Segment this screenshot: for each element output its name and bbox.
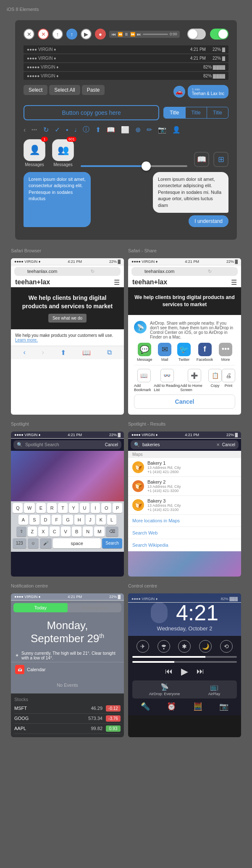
bluetooth-icon[interactable]: ✱ xyxy=(178,640,191,653)
upload-icon[interactable]: ⬆ xyxy=(95,126,101,134)
key-a[interactable]: A xyxy=(18,515,28,525)
key-space[interactable]: space xyxy=(53,538,101,548)
hamburger-icon[interactable]: ☰ xyxy=(114,278,120,286)
add-bookmark-action[interactable]: 📖 Add Bookmark xyxy=(134,369,154,392)
open-book-icon[interactable]: 📖 xyxy=(194,152,209,167)
safari-url-bar[interactable]: teehanlax.com ↻ xyxy=(14,267,121,276)
key-u[interactable]: U xyxy=(80,503,89,513)
slider-thumb[interactable] xyxy=(142,161,151,171)
print-action[interactable]: 🖨 Print xyxy=(222,369,235,392)
key-delete[interactable]: ⌫ xyxy=(106,527,118,537)
key-v[interactable]: V xyxy=(61,527,71,537)
pause-icon[interactable]: ⏸ xyxy=(124,32,129,37)
key-x[interactable]: X xyxy=(38,527,48,537)
airplane-mode-icon[interactable]: ✈ xyxy=(136,640,149,653)
key-g[interactable]: G xyxy=(63,515,73,525)
safari-share-icon[interactable]: ⬆ xyxy=(60,349,66,357)
add-square-icon[interactable]: ⊞ xyxy=(213,152,228,167)
key-i[interactable]: I xyxy=(91,503,100,513)
result-bakery-3[interactable]: 🍞 Bakery 3 13 Address Rd, City +1 (416) … xyxy=(128,496,241,515)
spotlight-results-cancel[interactable]: Cancel xyxy=(222,442,235,447)
play-button[interactable]: ▶ xyxy=(81,29,92,40)
copy-action[interactable]: 📋 Copy xyxy=(208,369,222,392)
key-f[interactable]: F xyxy=(52,515,61,525)
calculator-icon[interactable]: 🧮 xyxy=(193,702,202,711)
key-t[interactable]: T xyxy=(58,503,67,513)
flashlight-icon[interactable]: 🔦 xyxy=(141,702,150,711)
key-z[interactable]: Z xyxy=(28,527,37,537)
select-all-button[interactable]: Select All xyxy=(49,85,80,95)
button-copy[interactable]: Button copy goes here xyxy=(24,105,159,120)
key-q[interactable]: Q xyxy=(13,503,23,513)
key-d[interactable]: D xyxy=(41,515,51,525)
learn-more-link[interactable]: Learn more. xyxy=(15,338,38,342)
see-what-button[interactable]: See what we do xyxy=(48,314,87,323)
close-button[interactable]: ✕ xyxy=(24,29,34,40)
key-c[interactable]: C xyxy=(50,527,60,537)
safari-share-url-bar[interactable]: teehanlax.com ↻ xyxy=(131,267,238,276)
spotlight-search-bar[interactable]: 🔍 Spotlight Search Cancel xyxy=(13,440,121,449)
brightness-slider[interactable] xyxy=(132,656,237,658)
spotlight-results-search-bar[interactable]: 🔍 bakeries ✕ Cancel xyxy=(131,440,239,449)
edit-icon[interactable]: ✏ xyxy=(147,126,152,134)
next-icon[interactable]: ⏩ xyxy=(130,32,135,37)
messages-app-icon-2[interactable]: 👥 xyxy=(52,139,74,161)
wifi-toggle-icon[interactable] xyxy=(158,640,170,653)
share-app-mail[interactable]: ✉ Mail xyxy=(158,343,171,362)
next-track-icon[interactable]: ⏭ xyxy=(197,667,204,676)
close-red-button[interactable]: ✕ xyxy=(38,29,49,40)
safari-bookmarks-icon[interactable]: 📖 xyxy=(82,349,91,357)
checkmark-icon[interactable]: ✓ xyxy=(55,126,60,134)
key-123[interactable]: 123 xyxy=(13,538,26,548)
messages-app-icon-1[interactable]: 👤 xyxy=(24,139,45,161)
slider-track[interactable] xyxy=(81,165,187,167)
share-app-more[interactable]: ••• More xyxy=(219,343,232,362)
search-wiki-option[interactable]: Search Wikipedia xyxy=(128,539,241,551)
key-o[interactable]: O xyxy=(101,503,111,513)
refresh-icon[interactable]: ↻ xyxy=(43,126,49,134)
media-bar[interactable]: ⏮ ⏪ ⏸ ⏩ ⏭ 0:00 xyxy=(109,31,180,38)
key-mic[interactable]: 🎤 xyxy=(40,538,52,548)
result-bakery-2[interactable]: 🍞 Bakery 2 13 Address Rd, City +1 (416) … xyxy=(128,477,241,496)
key-b[interactable]: B xyxy=(72,527,81,537)
safari-forward-icon[interactable]: › xyxy=(42,349,44,357)
stock-msft[interactable]: MSFT 46.29 -0.12 xyxy=(14,704,121,714)
add-icon[interactable]: ⊕ xyxy=(135,126,141,134)
reading-list-action[interactable]: 👓 Add to Reading List xyxy=(154,369,180,392)
prev-icon[interactable]: ⏪ xyxy=(118,32,123,37)
do-not-disturb-icon[interactable]: 🌙 xyxy=(199,640,212,653)
toggle-on[interactable] xyxy=(210,29,228,40)
key-l[interactable]: L xyxy=(107,515,116,525)
key-p[interactable]: P xyxy=(113,503,122,513)
prev-prev-icon[interactable]: ⏮ xyxy=(112,32,116,37)
airplay-toggle[interactable]: 📺 AirPlay xyxy=(208,683,220,696)
seg-btn-2[interactable]: Title xyxy=(186,107,207,118)
square-icon[interactable]: ⬜ xyxy=(121,126,129,134)
up-arrow-button[interactable]: ↑ xyxy=(52,29,63,40)
clock-icon[interactable]: ⏰ xyxy=(167,702,176,711)
airdrop-toggle[interactable]: 📡 AirDrop: Everyone xyxy=(149,683,180,696)
key-n[interactable]: N xyxy=(83,527,93,537)
back-icon[interactable]: ‹ xyxy=(24,126,26,134)
more-locations-option[interactable]: More locations in Maps xyxy=(128,515,241,527)
safari-tabs-icon[interactable]: ⧉ xyxy=(107,349,112,357)
key-emoji[interactable]: ☺ xyxy=(28,538,39,548)
key-w[interactable]: W xyxy=(24,503,35,513)
share-app-twitter[interactable]: 🐦 Twitter xyxy=(177,343,191,362)
toggle-off[interactable] xyxy=(187,29,206,40)
key-shift[interactable]: ⇧ xyxy=(16,527,26,537)
rotation-lock-icon[interactable]: ⟲ xyxy=(220,640,233,653)
key-h[interactable]: H xyxy=(74,515,84,525)
search-web-option[interactable]: Search Web xyxy=(128,527,241,539)
understand-button[interactable]: I understand xyxy=(189,215,228,227)
key-r[interactable]: R xyxy=(47,503,57,513)
stock-aapl[interactable]: AAPL 99.82 0.93 xyxy=(14,724,121,734)
next-next-icon[interactable]: ⏭ xyxy=(137,32,141,37)
volume-slider[interactable] xyxy=(132,661,237,663)
reload-icon[interactable]: ↻ xyxy=(69,269,117,274)
paste-button[interactable]: Paste xyxy=(82,85,105,95)
clear-icon[interactable]: ✕ xyxy=(216,442,220,447)
share-app-message[interactable]: 💬 Message xyxy=(137,343,152,362)
safari-back-icon[interactable]: ‹ xyxy=(23,349,25,357)
key-m[interactable]: M xyxy=(94,527,105,537)
